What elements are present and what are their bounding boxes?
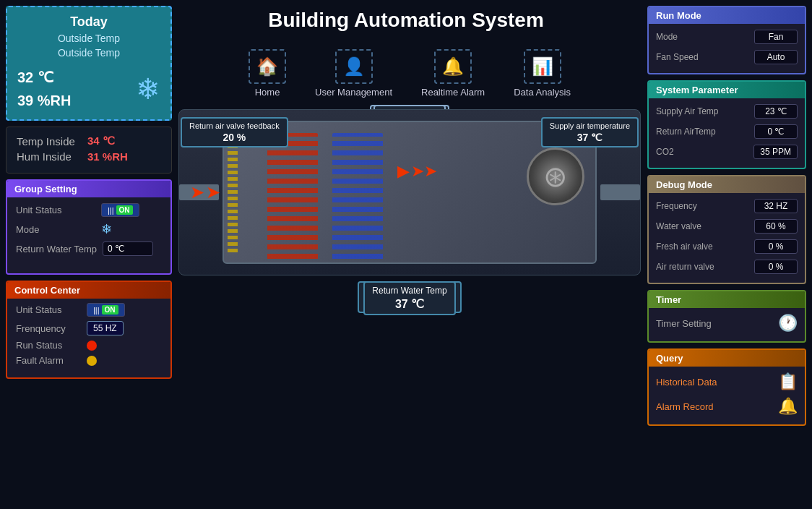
supply-air-temp-label: Supply air temperature	[550, 121, 630, 130]
timer-box: Timer Timer Setting 🕐	[647, 290, 806, 343]
user-management-icon: 👤	[335, 49, 373, 84]
user-management-label: User Management	[315, 87, 392, 98]
gs-return-water-label: Return Water Temp	[16, 244, 97, 254]
outside-humidity-value: 39 %RH	[17, 89, 71, 112]
realtime-alarm-label: Realtime Alarm	[421, 87, 485, 98]
left-arrow-icon: ➤➤	[190, 182, 220, 202]
dm-fresh-air-valve-value: 0 %	[754, 239, 798, 254]
run-status-dot	[87, 341, 97, 351]
today-label: Today	[17, 14, 160, 30]
run-mode-fan-speed-label: Fan Speed	[656, 52, 699, 62]
group-setting-header: Group Setting	[7, 181, 170, 197]
dm-frequency-value: 32 HZ	[754, 199, 798, 213]
debug-mode-header: Debug Mode	[649, 176, 805, 193]
data-analysis-label: Data Analysis	[514, 87, 571, 98]
query-box: Query Historical Data 📋 Alarm Record 🔔	[647, 348, 806, 426]
gs-unit-status-toggle[interactable]: ||| ON	[101, 203, 139, 217]
timer-header: Timer	[649, 291, 805, 308]
sp-return-air-label: Return AirTemp	[656, 127, 716, 137]
home-label: Home	[255, 87, 280, 98]
system-param-box: System Parameter Supply Air Temp 23 ℃ Re…	[647, 80, 806, 169]
supply-air-temp-badge: Supply air temperature 37 ℃	[541, 117, 639, 147]
return-air-valve-badge: Return air valve feedback 20 %	[181, 117, 288, 147]
dm-air-return-valve-label: Air return valve	[656, 262, 714, 272]
cc-unit-status-label: Unit Status	[16, 304, 81, 315]
outside-temp-label2: Outside Temp	[17, 47, 160, 59]
sp-supply-air-label: Supply Air Temp	[656, 106, 719, 116]
fan-icon: ⊛	[527, 147, 584, 205]
run-mode-header: Run Mode	[649, 7, 805, 24]
gs-return-water-input[interactable]	[103, 241, 153, 256]
hum-inside-value: 31 %RH	[87, 150, 128, 163]
return-air-valve-label: Return air valve feedback	[189, 121, 280, 130]
bottom-return-water-temp-badge: Return Water Temp 37 ℃	[363, 281, 455, 315]
query-alarm-label: Alarm Record	[656, 401, 713, 412]
nav-data-analysis[interactable]: 📊 Data Analysis	[514, 49, 571, 98]
bottom-return-water-temp-value: 37 ℃	[372, 297, 446, 311]
sp-return-air-value: 0 ℃	[754, 124, 798, 139]
nav-realtime-alarm[interactable]: 🔔 Realtime Alarm	[421, 49, 485, 98]
run-mode-fan-speed-value: Auto	[754, 50, 798, 64]
outside-temp-value: 32 ℃	[17, 66, 71, 89]
run-mode-box: Run Mode Mode Fan Fan Speed Auto	[647, 6, 806, 74]
snowflake-icon: ❄	[136, 72, 160, 106]
left-panel: Today Outside Temp Outside Temp 32 ℃ 39 …	[6, 6, 172, 379]
home-icon: 🏠	[249, 49, 286, 84]
realtime-alarm-icon: 🔔	[434, 49, 472, 84]
inside-readings-box: Temp Inside 34 ℃ Hum Inside 31 %RH	[6, 127, 172, 174]
supply-air-temp-value: 37 ℃	[550, 132, 630, 143]
cc-on-badge: ON	[102, 305, 118, 315]
sp-co2-label: CO2	[656, 147, 674, 157]
gs-on-badge: ON	[116, 205, 133, 215]
dm-air-return-valve-value: 0 %	[754, 260, 798, 274]
bottom-return-water-temp-label: Return Water Temp	[372, 286, 446, 296]
timer-setting-label: Timer Setting	[656, 318, 712, 329]
temp-inside-label: Temp Inside	[17, 135, 82, 147]
dm-water-valve-label: Water valve	[656, 221, 701, 231]
sp-co2-value: 35 PPM	[753, 145, 798, 159]
right-panel: Run Mode Mode Fan Fan Speed Auto System …	[647, 6, 806, 426]
dm-frequency-label: Frequency	[656, 201, 697, 211]
query-historical-icon[interactable]: 📋	[778, 372, 798, 391]
fault-alarm-dot	[87, 356, 97, 366]
control-center-header: Control Center	[7, 282, 170, 299]
hvac-diagram: Indoor CO2 32 PPM Return Air Temp 32 ℃ H…	[178, 105, 641, 281]
nav-home[interactable]: 🏠 Home	[249, 49, 286, 98]
nav-bar: 🏠 Home 👤 User Management 🔔 Realtime Alar…	[177, 6, 642, 105]
sys-param-header: System Parameter	[649, 82, 805, 98]
cc-frequency-label: Frenquency	[16, 323, 81, 334]
sp-supply-air-value: 23 ℃	[754, 104, 798, 119]
run-mode-mode-label: Mode	[656, 32, 678, 42]
temp-inside-value: 34 ℃	[87, 134, 115, 147]
nav-user-management[interactable]: 👤 User Management	[315, 49, 392, 98]
gs-mode-label: Mode	[16, 224, 95, 235]
data-analysis-icon: 📊	[524, 49, 561, 84]
hum-inside-label: Hum Inside	[17, 150, 82, 163]
group-setting-box: Group Setting Unit Status ||| ON Mode ❄ …	[6, 179, 172, 275]
control-center-box: Control Center Unit Status ||| ON Frenqu…	[6, 281, 172, 379]
weather-box: Today Outside Temp Outside Temp 32 ℃ 39 …	[6, 6, 172, 121]
debug-mode-box: Debug Mode Frequency 32 HZ Water valve 6…	[647, 175, 806, 284]
query-alarm-icon[interactable]: 🔔	[778, 397, 798, 416]
dm-water-valve-value: 60 %	[754, 219, 798, 234]
mode-snowflake-icon: ❄	[101, 221, 112, 237]
cc-unit-status-toggle[interactable]: ||| ON	[87, 303, 125, 317]
cc-fault-alarm-label: Fault Alarm	[16, 355, 81, 366]
return-air-valve-value: 20 %	[189, 132, 280, 143]
cc-run-status-label: Run Status	[16, 340, 81, 351]
dm-fresh-air-valve-label: Fresh air valve	[656, 241, 713, 252]
timer-clock-icon[interactable]: 🕐	[778, 314, 798, 333]
internal-arrow-icon: ▶➤➤	[397, 162, 437, 181]
outside-temp-label: Outside Temp	[17, 33, 160, 44]
gs-unit-status-label: Unit Status	[16, 205, 95, 215]
run-mode-mode-value: Fan	[754, 30, 798, 44]
query-header: Query	[649, 350, 805, 367]
main-area: 🏠 Home 👤 User Management 🔔 Realtime Alar…	[177, 6, 642, 503]
cc-frequency-value: 55 HZ	[87, 321, 124, 335]
query-historical-label: Historical Data	[656, 377, 717, 388]
